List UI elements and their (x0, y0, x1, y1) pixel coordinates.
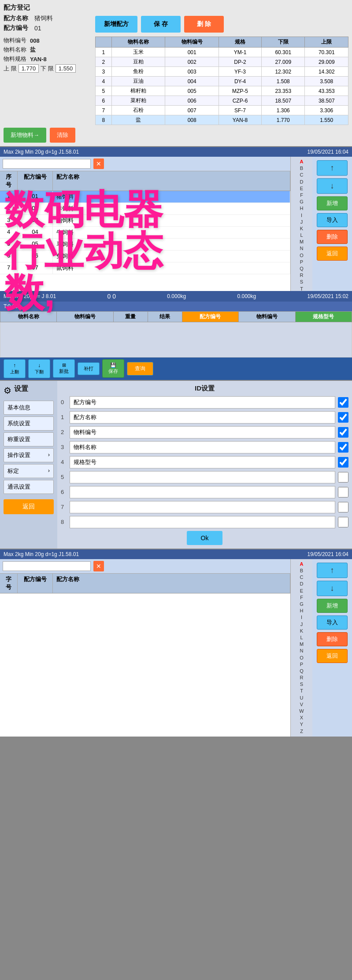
alpha-letter-j[interactable]: J (299, 219, 305, 225)
id-row-input-3[interactable] (70, 441, 335, 453)
save-formula-button[interactable]: 保 存 (141, 16, 181, 33)
settings-system[interactable]: 系统设置 (4, 416, 54, 431)
id-row-checkbox-7[interactable] (338, 502, 348, 512)
id-row-checkbox-2[interactable] (338, 427, 348, 438)
settings-communication[interactable]: 通讯设置 (4, 480, 54, 494)
save-batch-button[interactable]: 💾保存 (102, 359, 124, 378)
alpha-letter2-z[interactable]: Z (298, 728, 305, 735)
alpha-letter-s[interactable]: S (298, 279, 305, 285)
alpha-letter-g[interactable]: G (298, 199, 305, 205)
settings-back-button[interactable]: 返回 (4, 499, 54, 514)
formula-list-row[interactable]: 606兔饲料 (0, 251, 290, 262)
id-row-input-6[interactable] (70, 486, 335, 498)
settings-basic-info[interactable]: 基本信息 (4, 401, 54, 415)
alpha-letter2-i[interactable]: I (299, 614, 304, 621)
alpha-letter2-x[interactable]: X (298, 715, 305, 721)
alpha-letter2-k[interactable]: K (298, 628, 305, 634)
id-row-checkbox-4[interactable] (338, 457, 348, 468)
alpha-letter2-h[interactable]: H (298, 608, 305, 614)
id-row-input-5[interactable] (70, 471, 335, 483)
delete-entry-button[interactable]: 删除 (317, 230, 348, 244)
id-row-input-1[interactable] (70, 411, 335, 424)
alpha-letter-q[interactable]: Q (298, 265, 305, 272)
id-row-input-2[interactable] (70, 426, 335, 438)
alpha-letter-r[interactable]: R (298, 272, 305, 279)
settings-weighing[interactable]: 称重设置 (4, 432, 54, 446)
id-row-checkbox-3[interactable] (338, 442, 348, 453)
id-row-checkbox-1[interactable] (338, 412, 348, 423)
formula-search-input[interactable] (3, 159, 91, 169)
delete-formula-button[interactable]: 删 除 (184, 16, 224, 33)
material-table-row[interactable]: 5棉籽粕005MZP-523.35343.353 (96, 86, 348, 96)
section5-nav-up[interactable]: ↑ (317, 563, 348, 578)
alpha-letter2-m[interactable]: M (298, 641, 305, 648)
section5-delete-button[interactable]: 删除 (317, 632, 348, 646)
alpha-letter-f[interactable]: F (298, 192, 305, 199)
id-row-checkbox-6[interactable] (338, 487, 348, 497)
id-row-input-0[interactable] (70, 396, 335, 409)
formula-list-row[interactable]: 202羊饲料 (0, 203, 290, 215)
alpha-letter2-r[interactable]: R (298, 674, 305, 681)
alpha-letter-i[interactable]: I (299, 212, 304, 219)
alpha-letter-c[interactable]: C (298, 172, 305, 178)
section5-import-button[interactable]: 导入 (317, 615, 348, 630)
alpha-letter2-v[interactable]: V (298, 701, 305, 708)
alpha-letter-p[interactable]: P (298, 259, 305, 265)
nav-down-button[interactable]: ↓ (317, 178, 348, 194)
back-button[interactable]: 返回 (317, 247, 348, 261)
reprint-button[interactable]: 补打 (78, 362, 100, 375)
alpha-letter-k[interactable]: K (298, 225, 305, 232)
nav-up-button[interactable]: ↑ (317, 160, 348, 176)
material-table-row[interactable]: 1玉米001YM-160.30170.301 (96, 48, 348, 57)
id-row-checkbox-5[interactable] (338, 472, 348, 483)
search-close-button[interactable]: ✕ (93, 158, 104, 169)
alpha-letter-d[interactable]: D (298, 179, 305, 185)
alpha-letter2-n[interactable]: N (298, 648, 305, 654)
alpha-letter2-y[interactable]: Y (298, 721, 305, 728)
alpha-letter2-g[interactable]: G (298, 601, 305, 608)
new-entry-button[interactable]: 新增 (317, 196, 348, 210)
alpha-letter2-u[interactable]: U (298, 695, 305, 701)
section5-search-close[interactable]: ✕ (93, 561, 104, 571)
new-formula-button[interactable]: 新增配方 (95, 16, 137, 33)
id-row-input-7[interactable] (70, 501, 335, 513)
settings-operation[interactable]: 操作设置› (4, 448, 54, 462)
alpha-letter2-s[interactable]: S (298, 681, 305, 688)
next-page-button[interactable]: ↓下翻 (28, 359, 50, 378)
id-settings-ok-button[interactable]: Ok (187, 531, 223, 545)
import-button[interactable]: 导入 (317, 213, 348, 227)
alpha-letter-h[interactable]: H (298, 205, 305, 212)
add-material-button[interactable]: 新增物料→ (4, 128, 46, 143)
material-table-row[interactable]: 8盐008YAN-81.7701.550 (96, 115, 348, 125)
section5-back-button[interactable]: 返回 (317, 649, 348, 663)
alpha-letter-e[interactable]: E (298, 185, 305, 192)
alpha-letter2-f[interactable]: F (298, 594, 305, 601)
prev-page-button[interactable]: ↑上翻 (4, 359, 26, 378)
query-button[interactable]: 查询 (127, 362, 153, 376)
material-table-row[interactable]: 2豆粕002DP-227.00929.009 (96, 57, 348, 67)
new-batch-button[interactable]: ⊞新批 (53, 359, 75, 378)
material-table-row[interactable]: 4豆油004DY-41.5083.508 (96, 77, 348, 86)
alpha-letter-n[interactable]: N (298, 245, 305, 252)
material-table-row[interactable]: 6菜籽粕006CZP-618.50738.507 (96, 96, 348, 106)
alpha-letter2-l[interactable]: L (298, 634, 304, 641)
id-row-input-4[interactable] (70, 456, 335, 468)
formula-list-row[interactable]: 303狗饲料 (0, 215, 290, 227)
id-row-input-8[interactable] (70, 516, 335, 528)
alpha-letter2-p[interactable]: P (298, 661, 305, 668)
settings-calibration[interactable]: 标定› (4, 464, 54, 478)
alpha-letter-m[interactable]: M (298, 239, 305, 245)
alpha-letter2-o[interactable]: O (298, 655, 305, 661)
formula-list-row[interactable]: 707鼠饲料 (0, 262, 290, 274)
section5-new-button[interactable]: 新增 (317, 599, 348, 613)
alpha-letter-a[interactable]: A (298, 158, 305, 165)
id-row-checkbox-0[interactable] (338, 397, 348, 408)
alpha-letter2-d[interactable]: D (298, 581, 305, 587)
section5-nav-down[interactable]: ↓ (317, 581, 348, 596)
alpha-letter2-c[interactable]: C (298, 574, 305, 581)
id-row-checkbox-8[interactable] (338, 517, 348, 527)
alpha-letter2-b[interactable]: B (298, 567, 305, 574)
alpha-letter2-j[interactable]: J (299, 621, 305, 628)
alpha-letter2-q[interactable]: Q (298, 668, 305, 674)
formula-list-row[interactable]: 505马饲料 (0, 239, 290, 251)
